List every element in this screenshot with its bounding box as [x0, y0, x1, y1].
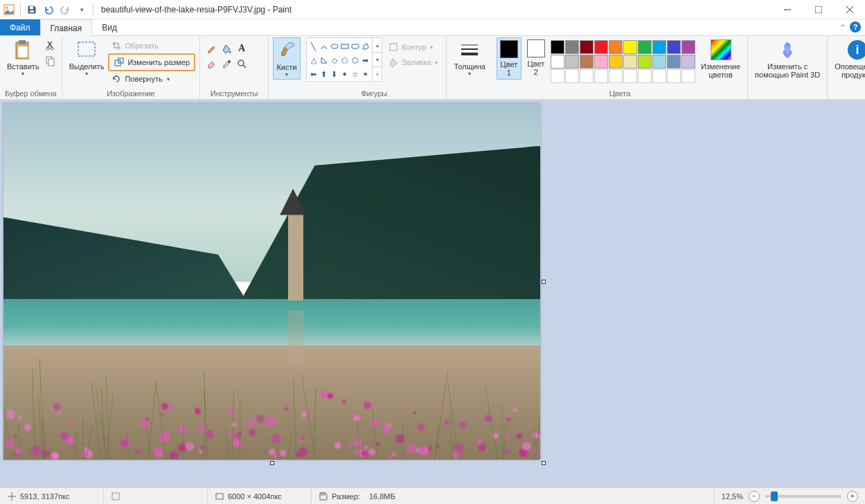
color-swatch[interactable] [551, 40, 564, 54]
qat-customize-icon[interactable]: ▾ [74, 2, 89, 17]
shape-arrow-left[interactable]: ⬅ [308, 67, 319, 81]
shapes-gallery[interactable]: ╲ △ ◇ ⬠ ⬡ ➡ ⬅ ⬆ ⬇ ✦ ☆ ✶ [306, 37, 373, 82]
color-swatch-empty[interactable] [551, 69, 564, 83]
product-alert-button[interactable]: i Оповещение продукта [832, 37, 865, 80]
group-label-image: Изображение [66, 89, 195, 99]
color-swatch-empty[interactable] [609, 69, 623, 83]
zoom-in-button[interactable]: + [847, 491, 858, 502]
crop-button[interactable]: Обрезать [108, 39, 195, 53]
thickness-button[interactable]: Толщина ▾ [451, 37, 488, 78]
undo-icon[interactable] [41, 2, 56, 17]
paste-button[interactable]: Вставить ▾ [4, 37, 42, 78]
redo-icon[interactable] [57, 2, 73, 17]
shape-star4[interactable]: ✦ [339, 67, 350, 81]
color-swatch[interactable] [638, 40, 652, 54]
fill-button[interactable]: Заливка▾ [385, 55, 440, 69]
zoom-out-button[interactable]: − [749, 491, 760, 502]
color-swatch-empty[interactable] [638, 69, 652, 83]
shape-star5[interactable]: ☆ [350, 67, 360, 81]
resize-handle-bottom[interactable] [270, 461, 274, 465]
color-swatch-empty[interactable] [565, 69, 579, 83]
color-swatch[interactable] [638, 55, 652, 69]
color-swatch[interactable] [565, 40, 579, 54]
rotate-button[interactable]: Повернуть ▾ [108, 72, 195, 86]
resize-handle-corner[interactable] [542, 461, 546, 465]
color2-button[interactable]: Цвет 2 [524, 37, 548, 78]
svg-point-12 [51, 47, 53, 50]
paint3d-button[interactable]: Изменить с помощью Paint 3D [752, 37, 823, 80]
color-swatch-empty[interactable] [681, 69, 695, 83]
color-swatch[interactable] [623, 55, 637, 69]
color-swatch[interactable] [594, 40, 608, 54]
color1-button[interactable]: Цвет 1 [497, 37, 521, 80]
fill-tool[interactable] [220, 42, 233, 55]
select-button[interactable]: Выделить ▾ [66, 37, 107, 78]
color-swatch-empty[interactable] [652, 69, 666, 83]
shape-rect[interactable] [339, 39, 350, 53]
shape-diamond[interactable]: ◇ [329, 53, 339, 67]
shape-polygon[interactable] [360, 39, 371, 53]
color-swatch-empty[interactable] [623, 69, 637, 83]
color-swatch[interactable] [667, 40, 681, 54]
collapse-ribbon-icon[interactable]: ⌃ [840, 24, 846, 31]
color-swatch[interactable] [681, 55, 695, 69]
shape-right-triangle[interactable] [319, 53, 329, 67]
magnifier-tool[interactable] [235, 57, 249, 71]
shapes-scroll-up[interactable]: ▴ [373, 38, 382, 52]
shape-triangle[interactable]: △ [308, 53, 319, 67]
shape-arrow-down[interactable]: ⬇ [329, 67, 339, 81]
color-swatch[interactable] [609, 55, 623, 69]
pencil-tool[interactable] [204, 42, 218, 55]
picker-tool[interactable] [220, 57, 233, 71]
resize-button[interactable]: Изменить размер [111, 55, 193, 69]
resize-handle-right[interactable] [542, 280, 546, 284]
color-swatch[interactable] [551, 55, 564, 69]
shape-hexagon[interactable]: ⬡ [350, 53, 360, 67]
titlebar: ▾ beautiful-view-of-the-lake-resia-P9FVJ… [0, 0, 865, 19]
canvas[interactable] [3, 103, 540, 460]
status-selection [104, 488, 208, 504]
outline-button[interactable]: Контур▾ [385, 40, 440, 54]
zoom-thumb[interactable] [771, 492, 778, 501]
color-swatch-empty[interactable] [594, 69, 608, 83]
color-swatch[interactable] [623, 40, 637, 54]
shapes-more[interactable]: ▿ [373, 66, 382, 81]
shape-arrow-up[interactable]: ⬆ [319, 67, 329, 81]
tab-file[interactable]: Файл [0, 19, 40, 35]
eraser-tool[interactable] [204, 57, 218, 71]
color-swatch-empty[interactable] [580, 69, 594, 83]
color-swatch[interactable] [667, 55, 681, 69]
minimize-button[interactable] [772, 0, 803, 19]
color-swatch-empty[interactable] [667, 69, 681, 83]
color-swatch[interactable] [594, 55, 608, 69]
color-swatch[interactable] [681, 40, 695, 54]
color-swatch[interactable] [580, 40, 594, 54]
shapes-scroll-down[interactable]: ▾ [373, 52, 382, 66]
canvas-area[interactable] [0, 100, 865, 487]
close-button[interactable] [834, 0, 865, 19]
cut-icon[interactable] [44, 39, 57, 53]
outline-icon [388, 42, 399, 53]
zoom-slider[interactable] [765, 495, 841, 498]
color-swatch[interactable] [609, 40, 623, 54]
shape-pentagon[interactable]: ⬠ [339, 53, 350, 67]
help-icon[interactable]: ? [850, 21, 861, 33]
shape-arrow-right[interactable]: ➡ [360, 53, 371, 67]
color-swatch[interactable] [652, 55, 666, 69]
color-swatch[interactable] [652, 40, 666, 54]
tab-view[interactable]: Вид [92, 19, 127, 35]
shape-star6[interactable]: ✶ [360, 67, 371, 81]
shape-line[interactable]: ╲ [308, 39, 319, 53]
edit-colors-button[interactable]: Изменение цветов [698, 37, 743, 80]
save-icon[interactable] [24, 2, 39, 17]
color-swatch[interactable] [580, 55, 594, 69]
copy-icon[interactable] [44, 54, 57, 68]
color-swatch[interactable] [565, 55, 579, 69]
brushes-button[interactable]: Кисти ▾ [273, 37, 301, 80]
maximize-button[interactable] [803, 0, 834, 19]
shape-curve[interactable] [319, 39, 329, 53]
shape-roundrect[interactable] [350, 39, 360, 53]
shape-oval[interactable] [329, 39, 339, 53]
text-tool[interactable]: A [235, 42, 249, 55]
tab-home[interactable]: Главная [40, 19, 93, 36]
